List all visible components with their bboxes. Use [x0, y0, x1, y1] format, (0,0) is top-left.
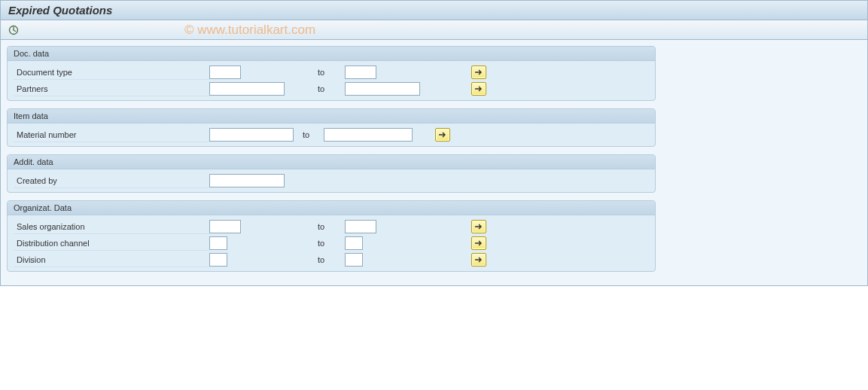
to-label: to — [315, 84, 345, 93]
title-text: Expired Quotations — [8, 4, 112, 17]
arrow-right-icon — [475, 224, 483, 230]
row-created-by: Created by — [8, 172, 655, 189]
created-by-input[interactable] — [209, 174, 285, 187]
multi-select-document-type[interactable] — [471, 66, 486, 79]
to-label: to — [300, 130, 324, 139]
multi-select-sales-org[interactable] — [471, 220, 486, 233]
arrow-right-icon — [475, 240, 483, 246]
material-number-from[interactable] — [209, 128, 294, 142]
label-document-type: Document type — [14, 65, 209, 80]
arrow-right-icon — [439, 132, 446, 138]
row-partners: Partners to — [8, 81, 655, 97]
to-label: to — [315, 222, 345, 231]
partners-to[interactable] — [345, 82, 420, 96]
label-partners: Partners — [14, 81, 209, 96]
label-dist-channel: Distribution channel — [14, 236, 209, 251]
watermark: © www.tutorialkart.com — [184, 23, 315, 38]
multi-select-dist-channel[interactable] — [471, 236, 486, 250]
document-type-to[interactable] — [345, 66, 376, 79]
multi-select-material-number[interactable] — [435, 128, 450, 142]
execute-button[interactable] — [7, 23, 20, 37]
document-type-from[interactable] — [209, 66, 241, 79]
content: Doc. data Document type to Partners to — [1, 40, 867, 285]
to-label: to — [315, 239, 345, 248]
partners-from[interactable] — [209, 82, 285, 96]
division-to[interactable] — [345, 253, 363, 267]
to-label: to — [315, 255, 345, 264]
group-doc-data: Doc. data Document type to Partners to — [7, 46, 656, 101]
group-header-addit: Addit. data — [8, 155, 655, 169]
row-document-type: Document type to — [8, 64, 655, 81]
window: Expired Quotations © www.tutorialkart.co… — [0, 0, 868, 286]
page-title: Expired Quotations — [1, 1, 867, 20]
group-item-data: Item data Material number to — [7, 108, 656, 147]
group-org-data: Organizat. Data Sales organization to Di… — [7, 200, 656, 272]
label-material-number: Material number — [14, 127, 209, 142]
group-header-org: Organizat. Data — [8, 201, 655, 215]
label-division: Division — [14, 252, 209, 267]
arrow-right-icon — [475, 86, 483, 92]
toolbar: © www.tutorialkart.com — [1, 20, 867, 40]
label-created-by: Created by — [14, 173, 209, 188]
group-header-item: Item data — [8, 109, 655, 123]
row-division: Division to — [8, 251, 655, 268]
arrow-right-icon — [475, 69, 483, 75]
division-from[interactable] — [209, 253, 227, 267]
group-addit-data: Addit. data Created by — [7, 154, 656, 193]
row-sales-organization: Sales organization to — [8, 218, 655, 235]
clock-execute-icon — [8, 25, 19, 35]
arrow-right-icon — [475, 257, 483, 263]
to-label: to — [315, 68, 345, 77]
dist-channel-to[interactable] — [345, 236, 363, 250]
material-number-to[interactable] — [324, 128, 413, 142]
row-material-number: Material number to — [8, 126, 655, 143]
sales-org-to[interactable] — [345, 220, 376, 233]
group-header-doc: Doc. data — [8, 47, 655, 61]
sales-org-from[interactable] — [209, 220, 241, 233]
multi-select-partners[interactable] — [471, 82, 486, 96]
dist-channel-from[interactable] — [209, 236, 227, 250]
row-distribution-channel: Distribution channel to — [8, 235, 655, 251]
multi-select-division[interactable] — [471, 253, 486, 267]
label-sales-org: Sales organization — [14, 219, 209, 234]
